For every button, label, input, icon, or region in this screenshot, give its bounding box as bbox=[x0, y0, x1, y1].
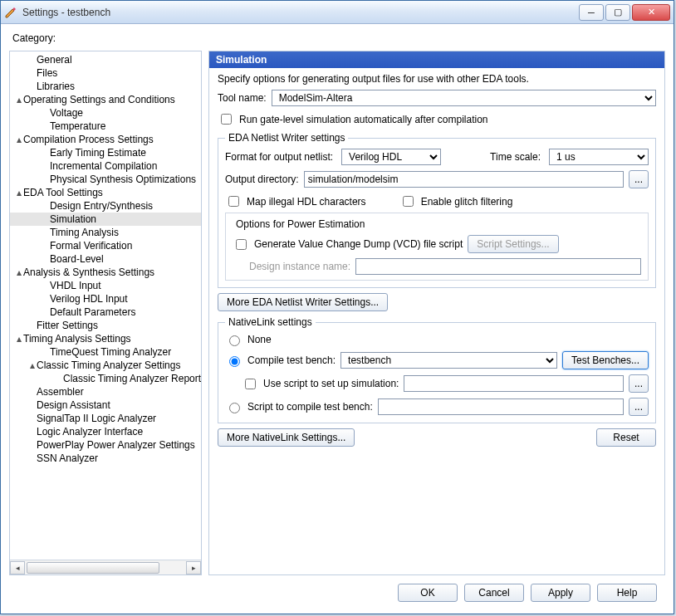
tree-item[interactable]: ▴Analysis & Synthesis Settings bbox=[10, 266, 201, 279]
use-script-checkbox[interactable] bbox=[245, 379, 256, 389]
category-tree: GeneralFilesLibraries▴Operating Settings… bbox=[9, 51, 202, 575]
scroll-left-arrow[interactable]: ◂ bbox=[10, 561, 25, 574]
tree-item[interactable]: Design Entry/Synthesis bbox=[10, 199, 201, 213]
tree-item-label: Temperature bbox=[50, 120, 105, 132]
tree-item-label: Design Entry/Synthesis bbox=[50, 200, 153, 212]
tree-item-label: SignalTap II Logic Analyzer bbox=[37, 413, 156, 424]
outdir-input[interactable] bbox=[304, 171, 624, 188]
tree-scrollbar[interactable]: ◂ ▸ bbox=[10, 560, 201, 574]
maximize-button[interactable]: ▢ bbox=[605, 4, 630, 21]
power-estimation-group: Options for Power Estimation Generate Va… bbox=[225, 213, 649, 281]
tree-item-label: SSN Analyzer bbox=[37, 452, 98, 464]
use-script-label: Use script to set up simulation: bbox=[263, 378, 399, 389]
tree-item[interactable]: Physical Synthesis Optimizations bbox=[10, 173, 201, 186]
nativelink-none-label: None bbox=[247, 334, 272, 345]
tree-item[interactable]: SignalTap II Logic Analyzer bbox=[10, 412, 201, 425]
tree-item-label: PowerPlay Power Analyzer Settings bbox=[37, 439, 195, 451]
tree-item[interactable]: Default Parameters bbox=[10, 306, 201, 319]
nativelink-group: NativeLink settings None Compile test be… bbox=[218, 316, 656, 423]
tree-item[interactable]: ▴Compilation Process Settings bbox=[10, 133, 201, 146]
script-compile-label: Script to compile test bench: bbox=[247, 401, 373, 413]
script-settings-button: Script Settings... bbox=[468, 235, 558, 253]
run-gate-level-label: Run gate-level simulation automatically … bbox=[239, 114, 487, 125]
script-compile-radio[interactable] bbox=[229, 403, 240, 413]
tree-item-label: EDA Tool Settings bbox=[23, 187, 103, 198]
tree-item[interactable]: Timing Analysis bbox=[10, 226, 201, 239]
window-title: Settings - testbench bbox=[22, 7, 579, 18]
tree-item-label: Libraries bbox=[37, 81, 75, 92]
tree-item-label: Analysis & Synthesis Settings bbox=[23, 266, 154, 278]
enable-glitch-checkbox[interactable] bbox=[403, 196, 414, 207]
run-gate-level-checkbox[interactable] bbox=[221, 114, 232, 125]
tree-item-label: Incremental Compilation bbox=[50, 160, 157, 172]
gen-vcd-checkbox[interactable] bbox=[236, 239, 247, 250]
tree-item[interactable]: Incremental Compilation bbox=[10, 159, 201, 173]
outdir-browse-button[interactable]: ... bbox=[629, 170, 649, 188]
test-benches-button[interactable]: Test Benches... bbox=[562, 351, 649, 369]
tree-item[interactable]: TimeQuest Timing Analyzer bbox=[10, 345, 201, 359]
more-netlist-button[interactable]: More EDA Netlist Writer Settings... bbox=[218, 293, 388, 311]
minimize-button[interactable]: ─ bbox=[579, 4, 604, 21]
nativelink-compile-radio[interactable] bbox=[229, 356, 240, 367]
nativelink-none-radio[interactable] bbox=[229, 335, 240, 346]
script-compile-browse[interactable]: ... bbox=[629, 398, 649, 416]
netlist-writer-group: EDA Netlist Writer settings Format for o… bbox=[218, 132, 656, 288]
tree-item-label: Assembler bbox=[37, 386, 84, 398]
content: Category: GeneralFilesLibraries▴Operatin… bbox=[1, 24, 674, 614]
help-button[interactable]: Help bbox=[597, 584, 657, 602]
tree-item[interactable]: Simulation bbox=[10, 213, 201, 226]
tree-item[interactable]: VHDL Input bbox=[10, 279, 201, 292]
tree-item-label: Timing Analysis bbox=[50, 227, 119, 238]
settings-window: Settings - testbench ─ ▢ ✕ Category: Gen… bbox=[0, 0, 674, 614]
tree-item[interactable]: Board-Level bbox=[10, 252, 201, 266]
close-button[interactable]: ✕ bbox=[632, 4, 670, 21]
tree-item[interactable]: ▴EDA Tool Settings bbox=[10, 186, 201, 199]
tree-item[interactable]: Logic Analyzer Interface bbox=[10, 425, 201, 438]
tree-item[interactable]: Design Assistant bbox=[10, 398, 201, 412]
reset-button[interactable]: Reset bbox=[596, 428, 656, 447]
tree-item[interactable]: ▴Classic Timing Analyzer Settings bbox=[10, 359, 201, 372]
use-script-browse[interactable]: ... bbox=[629, 374, 649, 393]
tree-item[interactable]: Assembler bbox=[10, 385, 201, 398]
tool-name-select[interactable]: ModelSim-Altera bbox=[272, 90, 656, 106]
ok-button[interactable]: OK bbox=[398, 584, 458, 602]
tree-item[interactable]: Fitter Settings bbox=[10, 319, 201, 332]
dialog-footer: OK Cancel Apply Help bbox=[9, 579, 665, 607]
tool-name-label: Tool name: bbox=[218, 92, 267, 104]
format-select[interactable]: Verilog HDL bbox=[341, 149, 441, 165]
tree-item[interactable]: ▴Operating Settings and Conditions bbox=[10, 93, 201, 106]
tree-item[interactable]: Files bbox=[10, 66, 201, 80]
tree-item[interactable]: Verilog HDL Input bbox=[10, 292, 201, 306]
tree-item[interactable]: General bbox=[10, 53, 201, 66]
tree-item[interactable]: Voltage bbox=[10, 106, 201, 120]
map-illegal-label: Map illegal HDL characters bbox=[247, 196, 366, 208]
tree-item[interactable]: Formal Verification bbox=[10, 239, 201, 252]
expand-icon: ▴ bbox=[15, 186, 23, 199]
apply-button[interactable]: Apply bbox=[531, 584, 590, 602]
tree-item[interactable]: Temperature bbox=[10, 120, 201, 133]
timescale-select[interactable]: 1 us bbox=[549, 149, 649, 165]
tree-item[interactable]: ▴Timing Analysis Settings bbox=[10, 332, 201, 345]
tree-item[interactable]: SSN Analyzer bbox=[10, 452, 201, 465]
tree-item-label: Fitter Settings bbox=[37, 320, 98, 331]
tree-item[interactable]: Early Timing Estimate bbox=[10, 146, 201, 159]
netlist-writer-legend: EDA Netlist Writer settings bbox=[225, 132, 348, 144]
gen-vcd-label: Generate Value Change Dump (VCD) file sc… bbox=[254, 238, 463, 250]
format-label: Format for output netlist: bbox=[225, 151, 333, 163]
tree-item-label: Operating Settings and Conditions bbox=[23, 94, 175, 105]
map-illegal-checkbox[interactable] bbox=[228, 196, 239, 207]
main-panel: Simulation Specify options for generatin… bbox=[208, 51, 665, 575]
more-nativelink-button[interactable]: More NativeLink Settings... bbox=[218, 428, 355, 447]
scroll-right-arrow[interactable]: ▸ bbox=[186, 561, 201, 574]
tree-item-label: VHDL Input bbox=[50, 280, 101, 291]
tree-item[interactable]: PowerPlay Power Analyzer Settings bbox=[10, 438, 201, 452]
titlebar: Settings - testbench ─ ▢ ✕ bbox=[1, 1, 674, 24]
scroll-thumb[interactable] bbox=[27, 562, 159, 574]
use-script-input bbox=[404, 375, 624, 392]
testbench-select[interactable]: testbench bbox=[340, 352, 557, 369]
cancel-button[interactable]: Cancel bbox=[464, 584, 524, 602]
tree-item[interactable]: Classic Timing Analyzer Reporting bbox=[10, 372, 201, 385]
tree-item[interactable]: Libraries bbox=[10, 80, 201, 93]
tree-item-label: Default Parameters bbox=[50, 306, 135, 318]
expand-icon: ▴ bbox=[15, 133, 23, 146]
